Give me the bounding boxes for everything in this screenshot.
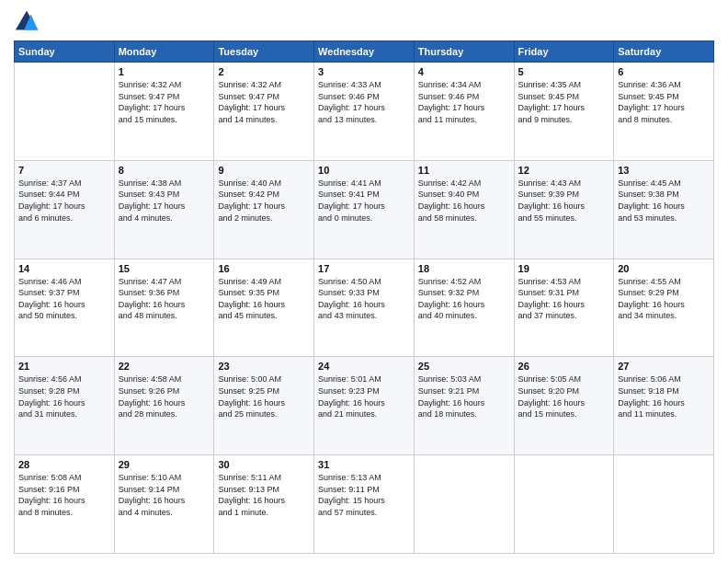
- day-info: Sunrise: 4:38 AM Sunset: 9:43 PM Dayligh…: [119, 178, 210, 224]
- day-info: Sunrise: 4:53 AM Sunset: 9:31 PM Dayligh…: [518, 276, 610, 322]
- calendar-week-row: 21Sunrise: 4:56 AM Sunset: 9:28 PM Dayli…: [15, 357, 714, 455]
- day-number: 12: [518, 165, 610, 176]
- calendar-cell: 19Sunrise: 4:53 AM Sunset: 9:31 PM Dayli…: [514, 259, 614, 357]
- weekday-header: Tuesday: [214, 41, 314, 63]
- day-info: Sunrise: 5:03 AM Sunset: 9:21 PM Dayligh…: [418, 373, 510, 419]
- page: SundayMondayTuesdayWednesdayThursdayFrid…: [0, 0, 728, 563]
- calendar-week-row: 1Sunrise: 4:32 AM Sunset: 9:47 PM Daylig…: [15, 63, 714, 161]
- calendar-table: SundayMondayTuesdayWednesdayThursdayFrid…: [14, 40, 714, 554]
- day-number: 28: [18, 459, 110, 470]
- calendar-cell: 28Sunrise: 5:08 AM Sunset: 9:16 PM Dayli…: [15, 455, 115, 554]
- calendar-cell: 30Sunrise: 5:11 AM Sunset: 9:13 PM Dayli…: [214, 455, 314, 554]
- weekday-header: Monday: [114, 41, 214, 63]
- calendar-cell: 13Sunrise: 4:45 AM Sunset: 9:38 PM Dayli…: [614, 160, 714, 259]
- calendar-cell: 23Sunrise: 5:00 AM Sunset: 9:25 PM Dayli…: [214, 357, 314, 455]
- weekday-header: Thursday: [414, 41, 514, 63]
- calendar-cell: 27Sunrise: 5:06 AM Sunset: 9:18 PM Dayli…: [614, 357, 714, 455]
- day-info: Sunrise: 4:33 AM Sunset: 9:46 PM Dayligh…: [318, 79, 410, 125]
- day-number: 2: [218, 66, 310, 77]
- calendar-cell: 7Sunrise: 4:37 AM Sunset: 9:44 PM Daylig…: [15, 160, 115, 259]
- day-info: Sunrise: 5:13 AM Sunset: 9:11 PM Dayligh…: [318, 472, 410, 518]
- day-info: Sunrise: 5:08 AM Sunset: 9:16 PM Dayligh…: [18, 472, 110, 518]
- day-number: 24: [318, 361, 410, 372]
- calendar-cell: 20Sunrise: 4:55 AM Sunset: 9:29 PM Dayli…: [614, 259, 714, 357]
- day-number: 1: [119, 66, 210, 77]
- calendar-cell: 5Sunrise: 4:35 AM Sunset: 9:45 PM Daylig…: [514, 63, 614, 161]
- calendar-cell: 18Sunrise: 4:52 AM Sunset: 9:32 PM Dayli…: [414, 259, 514, 357]
- day-info: Sunrise: 4:32 AM Sunset: 9:47 PM Dayligh…: [218, 79, 310, 125]
- calendar-cell: 17Sunrise: 4:50 AM Sunset: 9:33 PM Dayli…: [314, 259, 415, 357]
- weekday-header: Saturday: [614, 41, 714, 63]
- day-info: Sunrise: 4:46 AM Sunset: 9:37 PM Dayligh…: [18, 276, 110, 322]
- day-number: 7: [18, 165, 110, 176]
- logo: [14, 9, 43, 35]
- day-info: Sunrise: 5:05 AM Sunset: 9:20 PM Dayligh…: [518, 373, 610, 419]
- day-number: 4: [418, 66, 510, 77]
- day-info: Sunrise: 4:52 AM Sunset: 9:32 PM Dayligh…: [418, 276, 510, 322]
- day-info: Sunrise: 4:50 AM Sunset: 9:33 PM Dayligh…: [318, 276, 410, 322]
- calendar-cell: [15, 63, 115, 161]
- calendar-cell: 25Sunrise: 5:03 AM Sunset: 9:21 PM Dayli…: [414, 357, 514, 455]
- weekday-header: Sunday: [15, 41, 115, 63]
- day-info: Sunrise: 4:35 AM Sunset: 9:45 PM Dayligh…: [518, 79, 610, 125]
- day-number: 14: [18, 263, 110, 274]
- day-info: Sunrise: 4:47 AM Sunset: 9:36 PM Dayligh…: [119, 276, 210, 322]
- calendar-week-row: 28Sunrise: 5:08 AM Sunset: 9:16 PM Dayli…: [15, 455, 714, 554]
- day-number: 17: [318, 263, 410, 274]
- day-info: Sunrise: 4:42 AM Sunset: 9:40 PM Dayligh…: [418, 178, 510, 224]
- day-info: Sunrise: 4:41 AM Sunset: 9:41 PM Dayligh…: [318, 178, 410, 224]
- header: [14, 9, 714, 35]
- calendar-cell: 10Sunrise: 4:41 AM Sunset: 9:41 PM Dayli…: [314, 160, 415, 259]
- calendar-cell: [414, 455, 514, 554]
- day-number: 3: [318, 66, 410, 77]
- calendar-cell: 6Sunrise: 4:36 AM Sunset: 9:45 PM Daylig…: [614, 63, 714, 161]
- day-number: 30: [218, 459, 310, 470]
- day-number: 5: [518, 66, 610, 77]
- calendar-cell: 8Sunrise: 4:38 AM Sunset: 9:43 PM Daylig…: [114, 160, 214, 259]
- calendar-cell: 21Sunrise: 4:56 AM Sunset: 9:28 PM Dayli…: [15, 357, 115, 455]
- calendar-header: SundayMondayTuesdayWednesdayThursdayFrid…: [15, 41, 714, 63]
- day-number: 20: [618, 263, 710, 274]
- calendar-cell: [614, 455, 714, 554]
- day-number: 26: [518, 361, 610, 372]
- day-number: 13: [618, 165, 710, 176]
- weekday-header: Wednesday: [314, 41, 415, 63]
- day-info: Sunrise: 5:10 AM Sunset: 9:14 PM Dayligh…: [119, 472, 210, 518]
- calendar-cell: 15Sunrise: 4:47 AM Sunset: 9:36 PM Dayli…: [114, 259, 214, 357]
- day-info: Sunrise: 4:45 AM Sunset: 9:38 PM Dayligh…: [618, 178, 710, 224]
- day-info: Sunrise: 4:49 AM Sunset: 9:35 PM Dayligh…: [218, 276, 310, 322]
- calendar-cell: 22Sunrise: 4:58 AM Sunset: 9:26 PM Dayli…: [114, 357, 214, 455]
- day-number: 31: [318, 459, 410, 470]
- day-number: 15: [119, 263, 210, 274]
- calendar-body: 1Sunrise: 4:32 AM Sunset: 9:47 PM Daylig…: [15, 63, 714, 554]
- calendar-week-row: 14Sunrise: 4:46 AM Sunset: 9:37 PM Dayli…: [15, 259, 714, 357]
- logo-icon: [14, 9, 40, 35]
- day-info: Sunrise: 4:32 AM Sunset: 9:47 PM Dayligh…: [119, 79, 210, 125]
- calendar-cell: 29Sunrise: 5:10 AM Sunset: 9:14 PM Dayli…: [114, 455, 214, 554]
- calendar-cell: 24Sunrise: 5:01 AM Sunset: 9:23 PM Dayli…: [314, 357, 415, 455]
- calendar-cell: 9Sunrise: 4:40 AM Sunset: 9:42 PM Daylig…: [214, 160, 314, 259]
- calendar-cell: [514, 455, 614, 554]
- calendar-cell: 26Sunrise: 5:05 AM Sunset: 9:20 PM Dayli…: [514, 357, 614, 455]
- day-number: 8: [119, 165, 210, 176]
- calendar-cell: 11Sunrise: 4:42 AM Sunset: 9:40 PM Dayli…: [414, 160, 514, 259]
- day-number: 29: [119, 459, 210, 470]
- calendar-week-row: 7Sunrise: 4:37 AM Sunset: 9:44 PM Daylig…: [15, 160, 714, 259]
- day-info: Sunrise: 4:37 AM Sunset: 9:44 PM Dayligh…: [18, 178, 110, 224]
- weekday-header: Friday: [514, 41, 614, 63]
- day-info: Sunrise: 4:36 AM Sunset: 9:45 PM Dayligh…: [618, 79, 710, 125]
- day-number: 27: [618, 361, 710, 372]
- calendar-cell: 31Sunrise: 5:13 AM Sunset: 9:11 PM Dayli…: [314, 455, 415, 554]
- calendar-cell: 12Sunrise: 4:43 AM Sunset: 9:39 PM Dayli…: [514, 160, 614, 259]
- day-number: 23: [218, 361, 310, 372]
- day-info: Sunrise: 4:43 AM Sunset: 9:39 PM Dayligh…: [518, 178, 610, 224]
- day-number: 11: [418, 165, 510, 176]
- day-number: 25: [418, 361, 510, 372]
- day-info: Sunrise: 4:40 AM Sunset: 9:42 PM Dayligh…: [218, 178, 310, 224]
- day-number: 16: [218, 263, 310, 274]
- day-number: 18: [418, 263, 510, 274]
- weekday-row: SundayMondayTuesdayWednesdayThursdayFrid…: [15, 41, 714, 63]
- day-info: Sunrise: 5:00 AM Sunset: 9:25 PM Dayligh…: [218, 373, 310, 419]
- day-info: Sunrise: 4:34 AM Sunset: 9:46 PM Dayligh…: [418, 79, 510, 125]
- day-number: 10: [318, 165, 410, 176]
